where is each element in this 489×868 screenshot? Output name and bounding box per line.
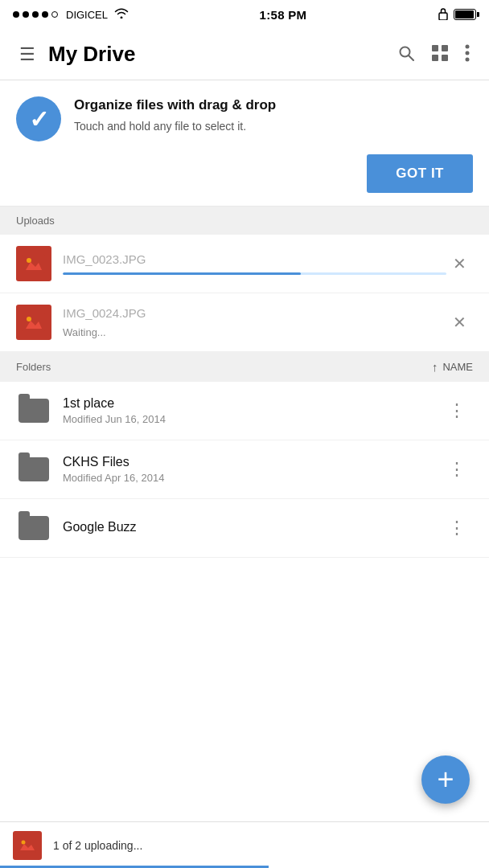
banner-action: GOT IT [16,154,473,193]
banner-check-circle: ✓ [16,96,61,141]
folder-more-button-1[interactable]: ⋮ [442,395,473,426]
status-bar: DIGICEL 1:58 PM [0,0,489,29]
banner-title: Organize files with drag & drop [74,96,473,114]
svg-point-7 [466,45,470,49]
svg-rect-6 [442,55,448,61]
folder-info-3: Google Buzz [63,520,442,537]
folder-more-button-3[interactable]: ⋮ [442,513,473,543]
svg-point-13 [27,317,31,321]
svg-point-8 [466,51,470,55]
header-icons [391,38,476,71]
header: ☰ My Drive [0,29,489,80]
folder-item-3[interactable]: Google Buzz ⋮ [0,499,489,558]
checkmark-icon: ✓ [29,105,49,133]
signal-dot-1 [13,11,19,18]
folder-modified-2: Modified Apr 16, 2014 [63,472,442,484]
page-title: My Drive [48,42,391,67]
bottom-upload-status: 1 of 2 uploading... [53,839,142,852]
upload-info-1: IMG_0023.JPG [63,252,446,275]
svg-rect-0 [439,13,447,20]
upload-name-2: IMG_0024.JPG [63,306,446,320]
folder-name-3: Google Buzz [63,520,442,534]
progress-bar-1 [63,272,446,275]
upload-cancel-2[interactable]: ✕ [446,308,473,337]
folder-shape-3 [18,516,49,540]
wifi-icon [114,7,129,22]
add-fab-button[interactable]: + [421,755,470,804]
upload-thumbnail-2 [16,305,51,340]
folder-more-button-2[interactable]: ⋮ [442,454,473,485]
svg-line-2 [409,55,413,60]
folder-icon-2 [16,452,51,487]
folder-item[interactable]: 1st place Modified Jun 16, 2014 ⋮ [0,382,489,440]
status-left: DIGICEL [13,7,129,22]
svg-point-9 [466,58,470,62]
banner-subtitle: Touch and hold any file to select it. [74,119,473,135]
folder-icon-1 [16,393,51,428]
banner-text: Organize files with drag & drop Touch an… [74,96,473,135]
bottom-bar-thumbnail [13,831,42,860]
folders-section-label: Folders [16,361,51,373]
signal-dot-5 [51,11,58,18]
svg-point-15 [22,840,26,844]
bottom-upload-bar: 1 of 2 uploading... [0,821,489,868]
svg-rect-4 [442,45,448,51]
carrier-label: DIGICEL [66,9,108,21]
svg-rect-14 [18,838,36,853]
grid-view-button[interactable] [425,38,455,71]
signal-dot-4 [42,11,48,18]
sort-label: NAME [442,361,473,373]
folder-info-2: CKHS Files Modified Apr 16, 2014 [63,455,442,484]
lock-icon [438,7,449,23]
folder-name-1: 1st place [63,396,442,411]
upload-thumbnail-1 [16,246,51,281]
uploads-section-header: Uploads [0,207,489,235]
uploads-section-label: Uploads [16,215,55,227]
organize-banner: ✓ Organize files with drag & drop Touch … [0,80,489,207]
sort-arrow-icon: ↑ [432,360,438,374]
folder-name-2: CKHS Files [63,455,442,469]
folder-item-2[interactable]: CKHS Files Modified Apr 16, 2014 ⋮ [0,440,489,499]
svg-rect-12 [23,313,45,332]
upload-item: IMG_0023.JPG ✕ [0,235,489,293]
more-options-button[interactable] [458,38,476,71]
sort-control[interactable]: ↑ NAME [432,360,473,374]
upload-item-2: IMG_0024.JPG Waiting... ✕ [0,293,489,352]
battery-icon [454,9,476,20]
upload-status-2: Waiting... [63,326,446,338]
banner-top: ✓ Organize files with drag & drop Touch … [16,96,473,141]
status-right [438,7,476,23]
folder-icon-3 [16,510,51,546]
folder-shape-2 [18,457,49,481]
signal-dot-2 [23,11,29,18]
upload-cancel-1[interactable]: ✕ [446,249,473,278]
menu-button[interactable]: ☰ [13,39,42,70]
svg-rect-5 [432,55,438,61]
folder-shape-1 [18,399,49,423]
signal-dot-3 [32,11,39,18]
folders-section-header: Folders ↑ NAME [0,352,489,382]
folder-modified-1: Modified Jun 16, 2014 [63,413,442,425]
folder-info-1: 1st place Modified Jun 16, 2014 [63,396,442,425]
svg-rect-10 [23,254,45,273]
got-it-button[interactable]: GOT IT [367,154,473,193]
svg-point-11 [27,258,31,263]
upload-info-2: IMG_0024.JPG Waiting... [63,306,446,338]
progress-fill-1 [63,272,301,275]
svg-rect-3 [432,45,438,51]
status-time: 1:58 PM [260,8,307,22]
search-button[interactable] [391,38,421,71]
upload-name-1: IMG_0023.JPG [63,252,446,266]
